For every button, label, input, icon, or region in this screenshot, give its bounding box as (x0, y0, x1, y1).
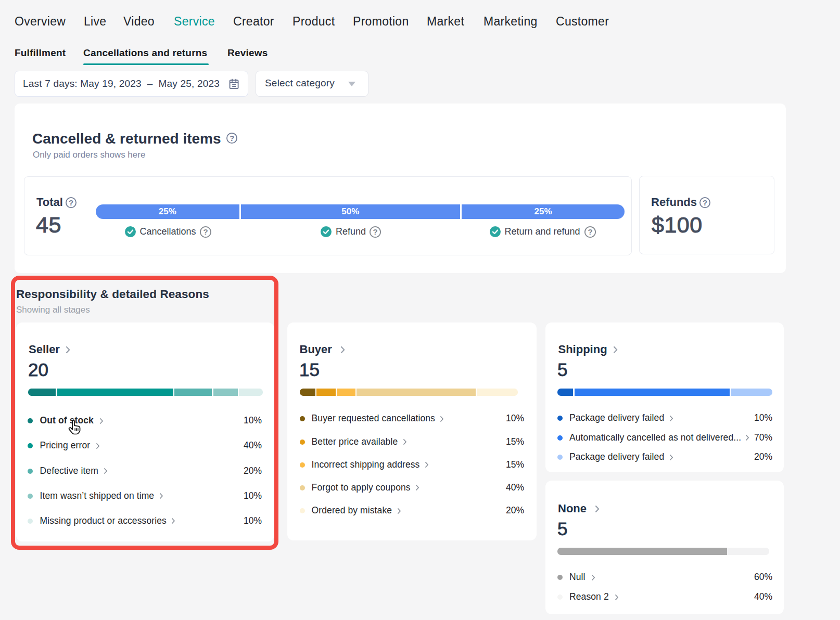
svg-text:?: ? (373, 227, 377, 236)
svg-text:?: ? (702, 198, 707, 206)
svg-text:?: ? (229, 134, 234, 143)
svg-text:?: ? (588, 227, 592, 236)
svg-text:?: ? (69, 198, 73, 206)
svg-text:?: ? (203, 227, 208, 236)
